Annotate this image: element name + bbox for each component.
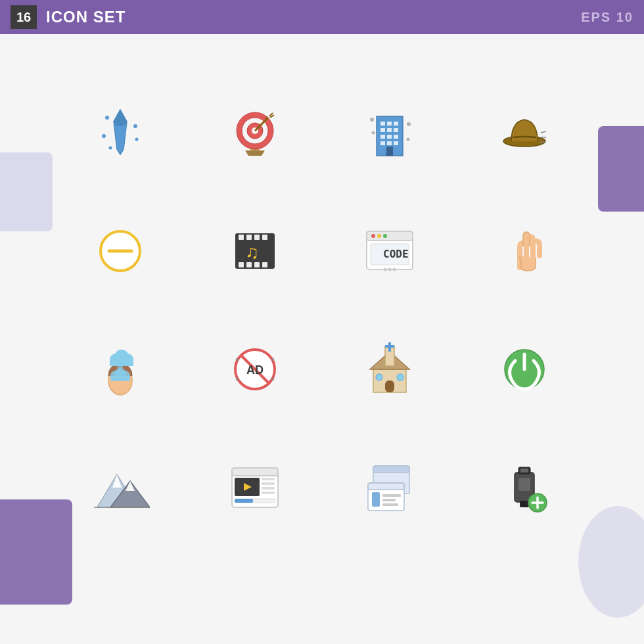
usb-plus-cell (457, 428, 591, 547)
tie-icon (91, 103, 150, 162)
svg-rect-88 (397, 378, 400, 381)
header-eps: EPS 10 (581, 10, 633, 25)
svg-text:CODE: CODE (383, 248, 409, 260)
svg-rect-22 (387, 128, 392, 132)
svg-rect-102 (262, 487, 275, 490)
svg-point-60 (392, 268, 396, 271)
svg-rect-44 (254, 235, 260, 240)
svg-rect-83 (385, 380, 394, 392)
media-player-icon (225, 458, 285, 517)
svg-rect-23 (394, 128, 398, 132)
code-window-icon: CODE (360, 221, 419, 281)
svg-rect-116 (520, 469, 528, 472)
svg-line-38 (540, 142, 545, 143)
svg-text:AD: AD (246, 363, 264, 377)
header-number: 16 (11, 5, 37, 29)
svg-rect-97 (232, 468, 278, 476)
svg-rect-113 (382, 503, 398, 506)
svg-rect-84 (376, 374, 382, 380)
header-title: ICON SET (46, 8, 581, 26)
svg-rect-43 (246, 235, 252, 240)
svg-rect-101 (262, 482, 275, 485)
svg-rect-29 (394, 141, 398, 145)
target-icon (225, 103, 285, 162)
svg-rect-26 (394, 135, 398, 139)
svg-point-76 (235, 378, 239, 381)
svg-point-54 (377, 234, 381, 238)
svg-rect-65 (110, 376, 130, 381)
svg-rect-21 (380, 128, 385, 132)
svg-rect-110 (372, 492, 380, 507)
hand-gesture-cell (457, 192, 591, 310)
svg-point-34 (406, 138, 409, 141)
mind-cloud-cell (53, 310, 187, 428)
hat-icon (495, 103, 554, 162)
mountains-cell (53, 428, 187, 547)
power-button-icon (495, 340, 554, 399)
svg-rect-118 (518, 478, 530, 491)
music-film-cell: ♫ (187, 192, 322, 310)
mountains-icon (91, 458, 150, 517)
svg-rect-30 (386, 147, 393, 156)
svg-rect-49 (262, 262, 267, 267)
svg-rect-25 (387, 135, 392, 139)
no-ad-icon: AD (225, 340, 285, 399)
svg-rect-70 (118, 365, 123, 373)
building-cell (322, 74, 457, 192)
svg-point-31 (370, 118, 374, 122)
svg-point-4 (102, 134, 106, 138)
icon-grid: ♫ CODE (53, 74, 591, 547)
svg-point-75 (271, 358, 274, 361)
svg-point-53 (371, 234, 375, 238)
svg-rect-107 (373, 466, 409, 472)
target-cell (187, 74, 322, 192)
tie-cell (53, 74, 187, 192)
svg-rect-117 (520, 501, 529, 507)
minus-circle-cell (53, 192, 187, 310)
code-window-cell: CODE (322, 192, 457, 310)
svg-rect-28 (387, 141, 392, 145)
deco-right-top (598, 126, 644, 212)
deco-left-top (0, 152, 53, 231)
music-film-icon: ♫ (225, 221, 285, 281)
header: 16 ICON SET EPS 10 (0, 0, 644, 34)
svg-rect-87 (401, 374, 404, 377)
svg-text:♫: ♫ (245, 242, 259, 262)
svg-point-6 (108, 147, 112, 150)
svg-rect-111 (382, 494, 401, 497)
svg-rect-45 (262, 235, 267, 240)
browser-content-icon (360, 458, 419, 517)
svg-point-2 (105, 116, 109, 120)
svg-rect-112 (382, 499, 396, 501)
svg-point-33 (371, 131, 375, 135)
svg-point-32 (407, 122, 411, 126)
svg-point-74 (235, 358, 239, 361)
browser-content-cell (322, 428, 457, 547)
svg-marker-8 (245, 150, 265, 156)
svg-point-58 (383, 268, 386, 271)
svg-rect-103 (262, 492, 275, 494)
svg-rect-24 (380, 135, 385, 139)
no-ad-cell: AD (187, 310, 322, 428)
mind-cloud-icon (91, 340, 150, 399)
svg-point-59 (388, 268, 391, 271)
minus-circle-icon (91, 221, 150, 281)
svg-rect-109 (368, 483, 404, 490)
power-button-cell (457, 310, 591, 428)
svg-rect-100 (262, 478, 275, 480)
hand-gesture-icon (495, 221, 554, 281)
svg-point-55 (383, 234, 387, 238)
hat-cell (457, 74, 591, 192)
usb-plus-icon (495, 458, 554, 517)
svg-point-77 (271, 378, 274, 381)
main-content: ♫ CODE (0, 34, 644, 644)
svg-rect-20 (394, 122, 398, 126)
svg-rect-47 (246, 262, 252, 267)
svg-line-36 (541, 131, 546, 133)
svg-rect-48 (254, 262, 260, 267)
church-icon (360, 340, 419, 399)
svg-rect-19 (387, 122, 392, 126)
svg-rect-89 (401, 378, 404, 381)
building-icon (360, 103, 419, 162)
svg-rect-105 (235, 499, 253, 503)
